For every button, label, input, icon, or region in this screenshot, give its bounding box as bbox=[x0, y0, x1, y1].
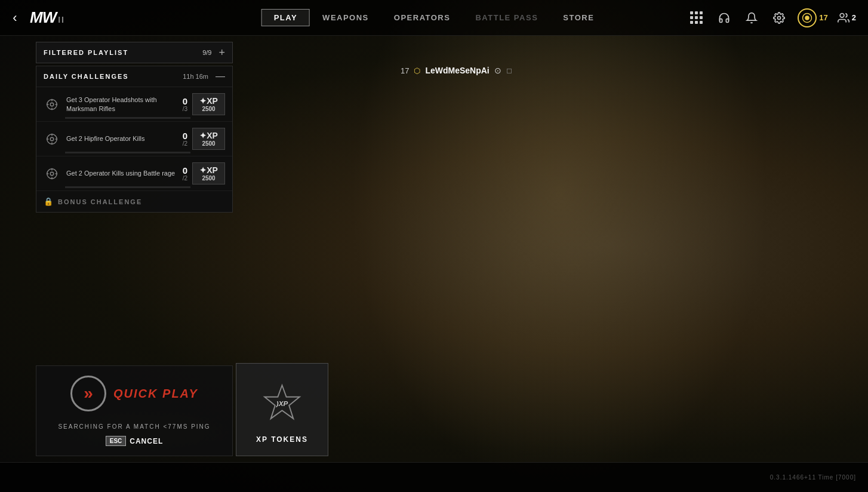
player-level: 17 bbox=[401, 66, 409, 75]
challenge-text-battlerage: Get 2 Operator Kills using Battle rage bbox=[66, 169, 183, 177]
challenge-count-battlerage: 0 bbox=[183, 166, 187, 175]
quick-play-icon: » bbox=[70, 376, 106, 411]
player-name: LeWdMeSeNpAi bbox=[425, 66, 489, 75]
challenges-collapse-button[interactable]: — bbox=[216, 71, 225, 82]
cancel-label: CANCEL bbox=[130, 437, 163, 445]
headphones-icon[interactable] bbox=[715, 9, 733, 27]
challenge-xp-hipfire: ✦XP 2500 bbox=[192, 128, 225, 150]
back-button[interactable]: ‹ bbox=[0, 0, 30, 36]
challenge-total-battlerage: /2 bbox=[183, 175, 187, 182]
crosshair-icon-2 bbox=[45, 133, 59, 146]
svg-point-0 bbox=[778, 16, 781, 19]
steam-icon: ⊙ bbox=[494, 66, 501, 75]
challenge-progressbar-battlerage bbox=[65, 186, 190, 188]
quick-play-label: QUICK PLAY bbox=[113, 387, 198, 401]
friends-icon bbox=[838, 12, 849, 24]
nav-tabs: PLAY WEAPONS OPERATORS BATTLE PASS STORE bbox=[261, 9, 607, 26]
player-info: 17 ⬡ LeWdMeSeNpAi ⊙ ◻ bbox=[401, 66, 512, 75]
bell-svg bbox=[746, 12, 758, 24]
challenge-progress-battlerage: 0 /2 bbox=[183, 166, 187, 182]
xp-badge[interactable]: 17 bbox=[798, 8, 827, 27]
playlist-add-button[interactable]: + bbox=[218, 47, 225, 58]
challenge-total-hipfire: /2 bbox=[183, 140, 187, 147]
quick-play-button[interactable]: » QUICK PLAY bbox=[70, 376, 198, 411]
logo-mw: MW bbox=[30, 8, 56, 27]
challenge-progressbar-hipfire bbox=[65, 152, 190, 153]
xp-icon-headshots: ✦XP bbox=[199, 96, 218, 106]
challenge-count-hipfire: 0 bbox=[183, 131, 187, 140]
challenges-header: DAILY CHALLENGES 11h 16m — bbox=[36, 66, 232, 87]
challenge-progressbar-headshots bbox=[65, 117, 190, 119]
challenge-icon-battlerage bbox=[44, 165, 60, 182]
svg-point-5 bbox=[50, 103, 54, 106]
challenge-total-headshots: /3 bbox=[183, 106, 187, 112]
quick-play-chevrons: » bbox=[84, 384, 93, 403]
challenge-xp-headshots: ✦XP 2500 bbox=[192, 93, 225, 115]
challenge-text-hipfire: Get 2 Hipfire Operator Kills bbox=[66, 134, 183, 143]
crosshair-icon bbox=[45, 98, 59, 111]
playlist-bar: FILTERED PLAYLIST 9/9 + bbox=[36, 42, 233, 63]
grid-icon[interactable] bbox=[688, 9, 706, 27]
top-navigation: ‹ MW II PLAY WEAPONS OPERATORS BATTLE PA… bbox=[0, 0, 868, 36]
xp-token-svg: )XP bbox=[263, 383, 301, 422]
logo-ii: II bbox=[58, 15, 65, 24]
tab-store[interactable]: STORE bbox=[550, 9, 607, 26]
challenge-text-headshots: Get 3 Operator Headshots with Marksman R… bbox=[66, 96, 183, 113]
xp-tokens-label: XP TOKENS bbox=[256, 435, 308, 444]
challenges-title: DAILY CHALLENGES bbox=[44, 73, 183, 80]
bonus-challenge-row: 🔒 BONUS CHALLENGE bbox=[36, 191, 232, 212]
headphones-svg bbox=[718, 12, 730, 24]
svg-point-17 bbox=[50, 172, 54, 176]
xp-level-number: 17 bbox=[819, 13, 827, 22]
friends-badge[interactable]: 2 bbox=[838, 12, 856, 24]
bottom-bar: 0.3.1.1466+11 Time [7000] bbox=[0, 462, 868, 492]
playlist-count: 9/9 bbox=[202, 49, 211, 56]
challenges-section: DAILY CHALLENGES 11h 16m — Get 3 Operato… bbox=[36, 66, 233, 213]
xp-circle bbox=[798, 8, 817, 27]
left-panel: FILTERED PLAYLIST 9/9 + DAILY CHALLENGES… bbox=[36, 42, 233, 213]
game-logo: MW II bbox=[30, 8, 65, 27]
svg-text:)XP: )XP bbox=[275, 399, 288, 407]
xp-icon-battlerage: ✦XP bbox=[199, 165, 218, 175]
gear-svg bbox=[773, 12, 785, 24]
notification-icon[interactable] bbox=[743, 9, 761, 27]
settings-icon[interactable] bbox=[770, 9, 788, 27]
lock-icon: 🔒 bbox=[44, 197, 53, 206]
tab-play[interactable]: PLAY bbox=[261, 9, 310, 26]
nav-icons-group: 17 2 bbox=[688, 8, 856, 27]
searching-text: SEARCHING FOR A MATCH <77MS PING bbox=[58, 423, 210, 430]
challenge-item-battlerage: Get 2 Operator Kills using Battle rage 0… bbox=[36, 156, 232, 191]
challenge-count-headshots: 0 bbox=[183, 97, 187, 106]
challenge-progress-hipfire: 0 /2 bbox=[183, 131, 187, 147]
playlist-label: FILTERED PLAYLIST bbox=[44, 49, 202, 56]
cancel-button[interactable]: ESC CANCEL bbox=[106, 436, 164, 446]
crosshair-icon-3 bbox=[45, 167, 59, 180]
challenge-xp-battlerage: ✦XP 2500 bbox=[192, 162, 225, 184]
build-info: 0.3.1.1466+11 Time [7000] bbox=[770, 474, 856, 481]
bottom-left-panel: » QUICK PLAY SEARCHING FOR A MATCH <77MS… bbox=[36, 365, 233, 456]
xp-token-icon: )XP bbox=[261, 382, 303, 423]
tab-operators[interactable]: OPERATORS bbox=[381, 9, 463, 26]
bonus-challenge-label: BONUS CHALLENGE bbox=[58, 198, 142, 205]
xp-amount-battlerage: 2500 bbox=[202, 175, 215, 182]
challenge-icon-hipfire bbox=[44, 131, 60, 147]
challenge-icon-headshots bbox=[44, 96, 60, 113]
svg-point-11 bbox=[50, 137, 54, 141]
svg-point-3 bbox=[840, 13, 844, 17]
tab-weapons[interactable]: WEAPONS bbox=[310, 9, 381, 26]
xp-icon-hipfire: ✦XP bbox=[199, 131, 218, 140]
player-rank-icon: ⬡ bbox=[414, 66, 420, 75]
quick-play-area: » QUICK PLAY SEARCHING FOR A MATCH <77MS… bbox=[36, 365, 233, 456]
challenges-timer: 11h 16m bbox=[183, 73, 208, 80]
challenge-progress-headshots: 0 /3 bbox=[183, 97, 187, 112]
challenge-item-hipfire: Get 2 Hipfire Operator Kills 0 /2 ✦XP 25… bbox=[36, 122, 232, 156]
friends-count: 2 bbox=[852, 13, 856, 22]
svg-point-2 bbox=[805, 16, 810, 20]
mic-icon bbox=[802, 13, 812, 23]
tab-battle-pass[interactable]: BATTLE PASS bbox=[463, 9, 550, 26]
xp-amount-hipfire: 2500 bbox=[202, 140, 215, 147]
player-badge-icon: ◻ bbox=[506, 66, 512, 75]
challenge-item-headshots: Get 3 Operator Headshots with Marksman R… bbox=[36, 87, 232, 122]
xp-amount-headshots: 2500 bbox=[202, 106, 215, 112]
xp-tokens-popup[interactable]: )XP XP TOKENS bbox=[236, 363, 328, 456]
